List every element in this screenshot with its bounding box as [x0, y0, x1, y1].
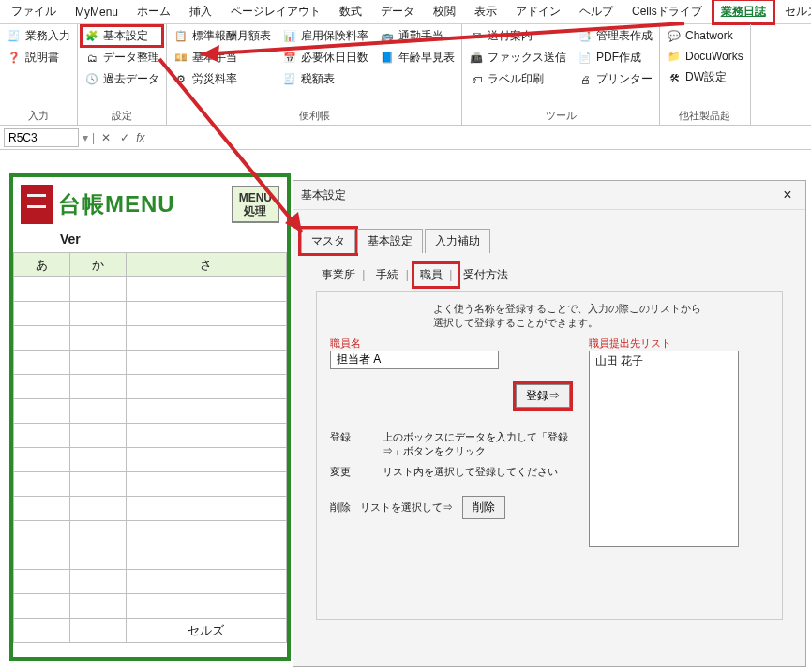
- menu-item[interactable]: アドイン: [508, 0, 568, 23]
- menu-item[interactable]: Cellsドライブ: [624, 0, 710, 23]
- cell[interactable]: [14, 277, 70, 302]
- name-box[interactable]: [4, 128, 79, 147]
- cell[interactable]: [69, 497, 126, 521]
- cell[interactable]: [126, 472, 286, 497]
- ribbon-button[interactable]: 📄PDF作成: [575, 48, 655, 67]
- ribbon-button[interactable]: 📋標準報酬月額表: [171, 26, 274, 46]
- cell[interactable]: [14, 399, 70, 424]
- grid-table[interactable]: あかさセルズ: [13, 252, 287, 643]
- cell[interactable]: [126, 594, 286, 619]
- menu-item[interactable]: セルズサポー: [777, 0, 811, 23]
- cell[interactable]: [126, 399, 286, 424]
- cell[interactable]: [126, 375, 286, 399]
- cell[interactable]: [126, 302, 286, 326]
- menu-item[interactable]: 挿入: [182, 0, 219, 23]
- cell[interactable]: [126, 351, 286, 375]
- cell[interactable]: [14, 594, 70, 619]
- cell[interactable]: [69, 472, 126, 497]
- cell[interactable]: [14, 570, 70, 594]
- staff-list[interactable]: 山田 花子: [589, 351, 739, 547]
- cell[interactable]: [69, 619, 126, 643]
- subtab-procedure[interactable]: 手続: [370, 264, 413, 286]
- column-header[interactable]: さ: [126, 253, 286, 277]
- ribbon-button[interactable]: ⚙労災料率: [171, 69, 274, 89]
- cell[interactable]: [126, 448, 286, 472]
- cell[interactable]: [69, 545, 126, 570]
- ribbon-button[interactable]: 💴基本手当: [171, 48, 274, 67]
- ribbon-button[interactable]: 🏷ラベル印刷: [466, 69, 569, 89]
- delete-button[interactable]: 削除: [462, 496, 505, 519]
- cell[interactable]: [14, 472, 70, 497]
- ribbon-button[interactable]: 🛠DW設定: [664, 67, 746, 87]
- tab-master[interactable]: マスタ: [301, 229, 355, 253]
- ribbon-button[interactable]: 📠ファックス送信: [466, 48, 569, 67]
- cell[interactable]: [69, 448, 126, 472]
- menu-item[interactable]: 数式: [332, 0, 369, 23]
- ribbon-button[interactable]: 📊雇用保険料率: [279, 26, 371, 46]
- cell[interactable]: [69, 375, 126, 399]
- ribbon-button[interactable]: 🕓過去データ: [82, 69, 162, 89]
- ribbon-button[interactable]: 🖨プリンター: [575, 69, 655, 89]
- cell[interactable]: [14, 424, 70, 448]
- menu-item[interactable]: ページレイアウト: [223, 0, 328, 23]
- menu-item[interactable]: 校閲: [426, 0, 463, 23]
- ribbon-button[interactable]: 🧾税額表: [279, 69, 371, 89]
- cell[interactable]: [126, 545, 286, 570]
- menu-item[interactable]: MyMenu: [68, 2, 126, 22]
- menu-item[interactable]: ヘルプ: [572, 0, 621, 23]
- cell[interactable]: [14, 619, 70, 643]
- staff-name-input[interactable]: [330, 351, 499, 369]
- ribbon-button[interactable]: 💬Chatwork: [664, 26, 746, 45]
- cell[interactable]: [126, 521, 286, 545]
- ribbon-button[interactable]: 📁DocuWorks: [664, 47, 746, 66]
- cell[interactable]: [69, 594, 126, 619]
- cell[interactable]: [14, 521, 70, 545]
- tab-input-assist[interactable]: 入力補助: [425, 229, 490, 253]
- ribbon-button[interactable]: 📅必要休日日数: [279, 48, 371, 67]
- subtab-reception[interactable]: 受付方法: [458, 264, 518, 286]
- ribbon-button[interactable]: 🧾業務入力: [4, 26, 73, 46]
- subtab-office[interactable]: 事業所: [316, 264, 370, 286]
- subtab-staff[interactable]: 職員: [414, 264, 458, 286]
- cell[interactable]: [69, 570, 126, 594]
- menu-item[interactable]: 業務日誌: [713, 0, 773, 23]
- cell[interactable]: [69, 399, 126, 424]
- column-header[interactable]: か: [69, 253, 126, 277]
- cancel-icon[interactable]: ✕: [98, 131, 113, 144]
- list-item[interactable]: 山田 花子: [595, 353, 732, 369]
- register-button[interactable]: 登録⇒: [516, 384, 570, 408]
- cell[interactable]: [69, 424, 126, 448]
- cell[interactable]: [69, 302, 126, 326]
- ribbon-button[interactable]: 📑管理表作成: [575, 26, 655, 46]
- cell[interactable]: [126, 570, 286, 594]
- cell[interactable]: [14, 351, 70, 375]
- cell[interactable]: [69, 351, 126, 375]
- menu-item[interactable]: データ: [373, 0, 422, 23]
- cell[interactable]: [14, 497, 70, 521]
- cell[interactable]: [14, 302, 70, 326]
- cell[interactable]: [126, 277, 286, 302]
- tab-basic-settings[interactable]: 基本設定: [357, 229, 423, 253]
- column-header[interactable]: あ: [14, 253, 70, 277]
- ribbon-button[interactable]: ❓説明書: [4, 48, 73, 67]
- cell[interactable]: [126, 497, 286, 521]
- cell[interactable]: [69, 521, 126, 545]
- cell[interactable]: [14, 375, 70, 399]
- ribbon-button[interactable]: 🚌通勤手当: [377, 26, 458, 46]
- ribbon-button[interactable]: 🧩基本設定: [82, 26, 162, 46]
- namebox-dropdown-icon[interactable]: ▾: [83, 131, 88, 144]
- menu-item[interactable]: 表示: [467, 0, 504, 23]
- cell[interactable]: [14, 448, 70, 472]
- cell[interactable]: [69, 326, 126, 351]
- close-icon[interactable]: ×: [777, 185, 798, 205]
- ribbon-button[interactable]: ✉送付案内: [466, 26, 569, 46]
- ribbon-button[interactable]: 🗂データ整理: [82, 48, 162, 67]
- menu-process-button[interactable]: MENU処理: [232, 186, 279, 224]
- cell[interactable]: [69, 277, 126, 302]
- ribbon-button[interactable]: 📘年齢早見表: [377, 48, 458, 67]
- cell[interactable]: [14, 545, 70, 570]
- cell[interactable]: [14, 326, 70, 351]
- menu-item[interactable]: ホーム: [129, 0, 178, 23]
- confirm-icon[interactable]: ✓: [117, 131, 132, 144]
- cell[interactable]: [126, 326, 286, 351]
